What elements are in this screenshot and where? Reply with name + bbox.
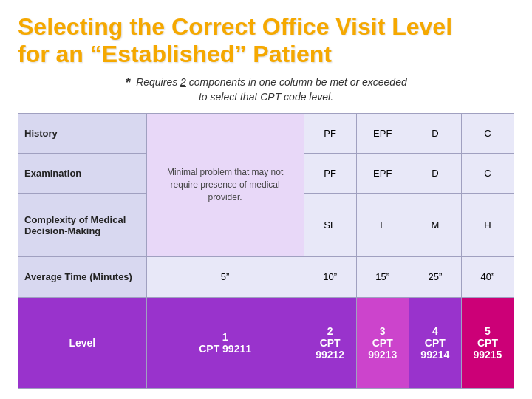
level-5-code: CPT 99215 — [473, 337, 502, 361]
complexity-sf: SF — [304, 194, 356, 257]
avgtime-15: 15” — [356, 257, 409, 297]
level-label: Level — [18, 297, 147, 388]
table-row: Average Time (Minutes) 5” 10” 15” 25” 40… — [18, 257, 514, 297]
complexity-m: M — [409, 194, 461, 257]
title-line1: Selecting the Correct Office Visit Level — [18, 13, 452, 40]
avgtime-40: 40” — [461, 257, 514, 297]
exam-epf: EPF — [356, 153, 409, 193]
history-epf: EPF — [356, 113, 409, 153]
main-table: History Minimal problem that may not req… — [18, 113, 514, 389]
exam-c: C — [461, 153, 514, 193]
avgtime-25: 25” — [409, 257, 461, 297]
examination-label: Examination — [18, 153, 147, 193]
level-3-code: CPT 99213 — [368, 337, 397, 361]
minimal-problem-cell: Minimal problem that may not require pre… — [146, 113, 304, 257]
level-1-code: CPT 99211 — [199, 343, 251, 355]
level-3-number: 3 — [380, 325, 386, 337]
complexity-h: H — [461, 194, 514, 257]
level-4-number: 4 — [432, 325, 438, 337]
table-row-level: Level 1 CPT 99211 2 CPT 99212 3 CPT 9921… — [18, 297, 514, 388]
complexity-l: L — [356, 194, 409, 257]
level-1-number: 1 — [222, 331, 228, 343]
level-2-number: 2 — [327, 325, 333, 337]
level-5-number: 5 — [485, 325, 491, 337]
exam-d: D — [409, 153, 461, 193]
slide: Selecting the Correct Office Visit Level… — [0, 0, 532, 399]
history-label: History — [18, 113, 147, 153]
history-c: C — [461, 113, 514, 153]
level-1-cell: 1 CPT 99211 — [146, 297, 304, 388]
title-line2: for an “Established” Patient — [18, 41, 332, 67]
level-4-code: CPT 99214 — [420, 337, 449, 361]
subtitle: * Requires 2 components in one column be… — [18, 75, 514, 103]
avgtime-5: 5” — [146, 257, 304, 297]
exam-pf: PF — [304, 153, 356, 193]
slide-title: Selecting the Correct Office Visit Level… — [18, 13, 514, 68]
table-row: History Minimal problem that may not req… — [18, 113, 514, 153]
level-3-cell: 3 CPT 99213 — [356, 297, 409, 388]
asterisk: * — [125, 75, 130, 90]
level-4-cell: 4 CPT 99214 — [409, 297, 461, 388]
history-d: D — [409, 113, 461, 153]
level-2-code: CPT 99212 — [316, 337, 344, 361]
avgtime-10: 10” — [304, 257, 356, 297]
level-5-cell: 5 CPT 99215 — [461, 297, 514, 388]
avgtime-label: Average Time (Minutes) — [18, 257, 147, 297]
history-pf: PF — [304, 113, 356, 153]
complexity-label: Complexity of Medical Decision-Making — [18, 194, 147, 257]
level-2-cell: 2 CPT 99212 — [304, 297, 356, 388]
